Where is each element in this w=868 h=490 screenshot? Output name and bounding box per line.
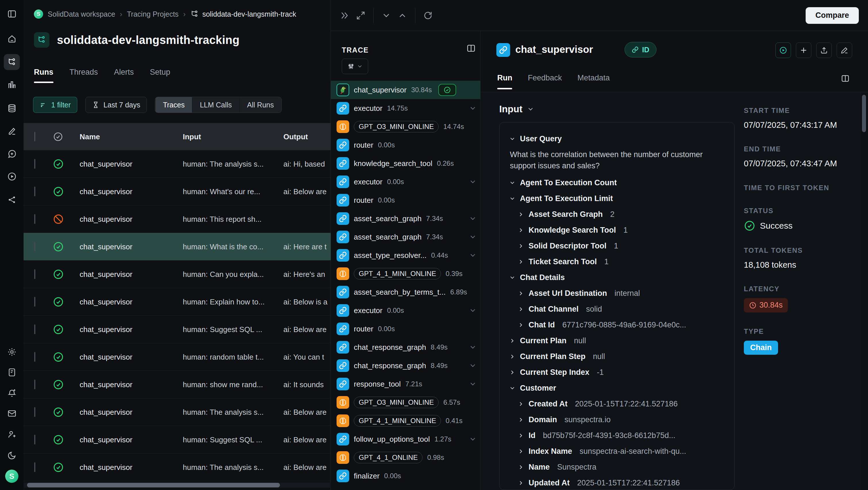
tree-row[interactable]: Knowledge Search Tool 1 [509,222,724,238]
table-row[interactable]: chat_supervisor human: Suggest SQL ... a… [24,316,331,343]
tree-row[interactable]: Solid Descriptor Tool 1 [509,238,724,254]
row-checkbox[interactable] [34,324,35,334]
tree-chevron-icon[interactable] [518,211,524,218]
trace-span-row[interactable]: chat_supervisor 30.84s [331,81,480,99]
trace-span-row[interactable]: GPT_4_1_ONLINE 0.98s [331,448,480,467]
graph-share-icon[interactable] [4,192,20,208]
notifications-bell-icon[interactable] [4,385,20,401]
expand-chevron-icon[interactable] [469,233,476,241]
column-header-input[interactable]: Input [183,132,201,141]
tree-row[interactable]: Chat Id 6771c796-0885-49a6-9169-04e0c... [509,317,724,333]
tree-chevron-icon[interactable] [518,464,524,470]
tree-row[interactable]: Domain sunspectra.io [509,412,724,428]
row-checkbox[interactable] [34,214,35,224]
table-row[interactable]: chat_supervisor human: The analysis s...… [24,398,331,426]
tree-row[interactable]: Updated At 2025-01-15T17:22:41.527186 [509,475,724,490]
home-icon[interactable] [4,31,20,47]
row-checkbox[interactable] [34,352,35,362]
invite-user-icon[interactable] [4,426,20,442]
tree-chevron-icon[interactable] [518,432,524,438]
date-range-chip[interactable]: Last 7 days [85,97,147,113]
column-header-name[interactable]: Name [80,132,100,141]
table-row[interactable]: chat_supervisor human: random table t...… [24,343,331,371]
panel-toggle-icon[interactable] [4,6,20,22]
breadcrumb-workspace[interactable]: SolidData workspace [48,10,115,19]
tree-row[interactable]: Created At 2025-01-15T17:22:41.527186 [509,396,724,412]
tree-chevron-icon[interactable] [518,259,524,265]
tree-row[interactable]: Chat Details [509,270,724,286]
table-row[interactable]: chat_supervisor human: Suggest SQL ... a… [24,426,331,454]
expand-chevron-icon[interactable] [469,178,476,186]
row-checkbox[interactable] [34,187,35,196]
tree-row[interactable]: What is the correlation between the numb… [509,147,724,175]
tree-row[interactable]: Id bd75b75f-2c8f-4391-93c8-6612b75d... [509,428,724,444]
dark-mode-moon-icon[interactable] [4,447,20,463]
tree-chevron-icon[interactable] [518,227,524,233]
fullscreen-icon[interactable] [353,7,369,24]
tree-chevron-icon[interactable] [509,180,515,186]
trace-span-row[interactable]: finalizer 0.00s [331,467,480,485]
table-row[interactable]: chat_supervisor human: Explain how to...… [24,288,331,316]
trace-span-row[interactable]: executor 14.75s [331,99,480,118]
trace-span-row[interactable]: router 0.00s [331,320,480,338]
tree-chevron-icon[interactable] [518,243,524,249]
tree-row[interactable]: Current Plan Step null [509,349,724,364]
row-checkbox[interactable] [34,462,35,472]
trace-span-row[interactable]: GPT_4_1_MINI_ONLINE 0.41s [331,412,480,430]
table-row[interactable]: chat_supervisor human: The analysis s...… [24,454,331,481]
tree-chevron-icon[interactable] [509,274,515,281]
tree-row[interactable]: Customer [509,380,724,396]
table-row[interactable]: chat_supervisor human: What is the co...… [24,233,331,261]
table-row[interactable]: chat_supervisor human: What's our re... … [24,178,331,205]
expand-chevron-icon[interactable] [469,252,476,259]
vertical-scrollbar-thumb[interactable] [862,95,866,132]
trace-span-row[interactable]: asset_search_graph 7.34s [331,228,480,246]
tree-chevron-icon[interactable] [509,354,515,360]
row-checkbox[interactable] [34,269,35,279]
docs-icon[interactable] [4,364,20,380]
tree-chevron-icon[interactable] [509,136,515,142]
table-row[interactable]: chat_supervisor human: Can you expla... … [24,261,331,288]
table-row[interactable]: chat_supervisor human: This report sh... [24,205,331,233]
tree-row[interactable]: Index Name sunspectra-ai-search-with-qu.… [509,444,724,459]
tree-row[interactable]: Current Step Index -1 [509,364,724,380]
trace-span-row[interactable]: asset_search_graph 7.34s [331,209,480,228]
project-tab[interactable]: Threads [69,68,98,83]
columns-layout-icon[interactable] [841,74,849,83]
user-avatar[interactable]: S [4,468,20,484]
row-checkbox[interactable] [34,380,35,389]
tree-chevron-icon[interactable] [509,369,515,375]
breadcrumb-project[interactable]: soliddata-dev-langsmith-track [190,10,296,19]
playground-icon[interactable] [4,168,20,185]
row-checkbox[interactable] [34,434,35,444]
tree-chevron-icon[interactable] [518,306,524,312]
column-header-output[interactable]: Output [283,132,330,141]
annotations-icon[interactable] [4,123,20,139]
row-checkbox[interactable] [34,241,35,251]
tree-row[interactable]: Asset Search Graph 2 [509,206,724,222]
trace-span-row[interactable]: chat_response_graph 8.49s [331,338,480,356]
input-section-toggle[interactable]: Input [499,104,534,115]
collapse-panel-icon[interactable] [337,7,353,24]
trace-span-row[interactable]: router 0.00s [331,191,480,209]
segment-option[interactable]: LLM Calls [192,97,239,112]
trace-filter-button[interactable] [342,59,368,74]
tree-chevron-icon[interactable] [518,448,524,454]
tree-row[interactable]: Ticket Search Tool 1 [509,254,724,270]
trace-span-row[interactable]: asset_search_by_terms_t... 6.89s [331,283,480,301]
tree-chevron-icon[interactable] [518,290,524,296]
row-checkbox[interactable] [34,407,35,417]
trace-span-row[interactable]: GPT_O3_MINI_ONLINE 6.57s [331,393,480,412]
refresh-icon[interactable] [420,7,436,24]
tree-chevron-icon[interactable] [518,417,524,423]
tree-row[interactable]: Agent To Execution Limit [509,191,724,206]
trace-span-row[interactable]: response_tool 7.21s [331,375,480,393]
project-tab[interactable]: Setup [150,68,170,83]
feedback-chat-icon[interactable] [4,145,20,162]
tree-chevron-icon[interactable] [518,401,524,407]
filter-count-chip[interactable]: 1 filter [33,97,77,113]
tree-chevron-icon[interactable] [509,385,515,391]
add-to-dataset-button[interactable] [796,42,811,58]
expand-chevron-icon[interactable] [469,435,476,443]
trace-span-row[interactable]: router 0.00s [331,136,480,154]
